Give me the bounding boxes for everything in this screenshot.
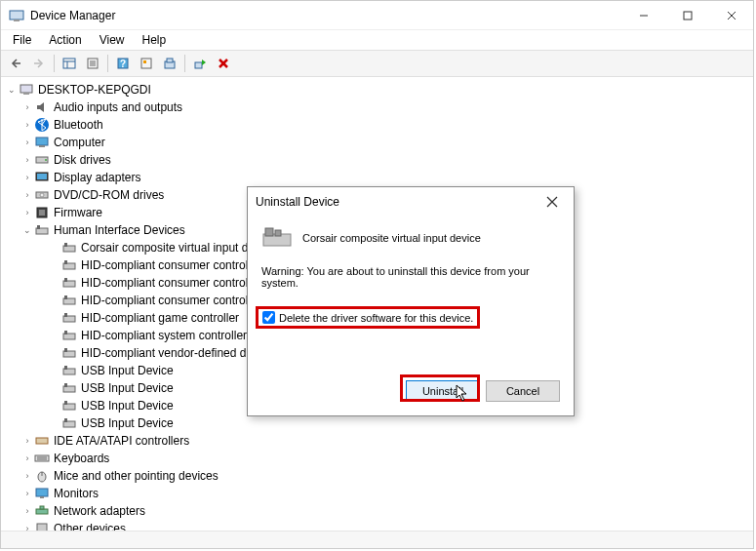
close-button[interactable] <box>709 2 753 29</box>
monitor-icon <box>34 486 50 501</box>
maximize-button[interactable] <box>665 2 709 29</box>
tree-label: Computer <box>54 136 105 149</box>
hid-device-icon <box>61 310 77 326</box>
delete-driver-checkbox-row[interactable]: Delete the driver software for this devi… <box>256 306 480 329</box>
device-icon <box>261 224 293 252</box>
minimize-button[interactable] <box>621 2 665 29</box>
display-icon <box>34 170 50 185</box>
svg-rect-38 <box>37 225 40 229</box>
expand-icon[interactable]: › <box>20 153 34 167</box>
delete-driver-label: Delete the driver software for this devi… <box>279 312 473 324</box>
toolbar-separator <box>107 55 108 72</box>
show-hide-tree-button[interactable] <box>59 53 80 74</box>
tree-category-other[interactable]: › Other devices <box>1 520 753 531</box>
ide-icon <box>34 433 50 449</box>
tree-category-display[interactable]: › Display adapters <box>1 169 753 186</box>
menu-view[interactable]: View <box>92 31 133 49</box>
expand-icon[interactable]: › <box>20 188 34 202</box>
tree-label: Human Interface Devices <box>54 223 185 237</box>
expand-icon[interactable]: › <box>20 452 34 465</box>
statusbar <box>1 531 753 548</box>
properties-toolbar-button[interactable] <box>82 53 103 74</box>
svg-rect-70 <box>40 506 44 509</box>
expand-icon[interactable]: › <box>20 118 34 132</box>
svg-rect-69 <box>36 509 48 514</box>
dialog-titlebar: Uninstall Device <box>248 187 574 216</box>
dialog-close-button[interactable] <box>538 189 566 215</box>
dialog-buttons: Uninstall Cancel <box>392 380 574 402</box>
expand-icon[interactable]: › <box>20 487 34 500</box>
tree-category-network[interactable]: › Network adapters <box>1 502 753 520</box>
tree-category-mice[interactable]: › Mice and other pointing devices <box>1 467 753 485</box>
svg-rect-18 <box>143 60 146 63</box>
forward-button[interactable] <box>28 53 50 74</box>
svg-rect-28 <box>39 145 45 147</box>
expand-icon[interactable]: › <box>20 136 34 149</box>
tree-label: Bluetooth <box>54 118 103 132</box>
svg-rect-75 <box>265 228 273 236</box>
help-toolbar-button[interactable]: ? <box>112 53 134 74</box>
svg-point-34 <box>40 193 44 197</box>
tree-label: Firmware <box>54 206 102 219</box>
update-driver-button[interactable] <box>159 53 180 74</box>
computer-icon <box>19 82 34 98</box>
tree-label: DVD/CD-ROM drives <box>54 188 164 202</box>
svg-rect-60 <box>64 418 67 422</box>
firmware-icon <box>34 205 50 220</box>
tree-category-ide[interactable]: › IDE ATA/ATAPI controllers <box>1 432 753 450</box>
tree-label: Disk drives <box>54 153 111 167</box>
uninstall-device-toolbar-button[interactable] <box>213 53 234 74</box>
titlebar: Device Manager <box>1 1 753 30</box>
tree-category-monitors[interactable]: › Monitors <box>1 485 753 502</box>
spacer <box>48 416 61 430</box>
cancel-button[interactable]: Cancel <box>486 380 560 402</box>
tree-label: HID-compliant game controller <box>81 311 239 325</box>
tree-label: USB Input Device <box>81 364 174 377</box>
svg-rect-3 <box>684 12 692 20</box>
tree-category-keyboards[interactable]: › Keyboards <box>1 450 753 467</box>
expand-icon[interactable]: › <box>20 504 34 518</box>
spacer <box>48 364 61 377</box>
dialog-warning-text: Warning: You are about to uninstall this… <box>261 265 560 289</box>
svg-rect-1 <box>14 20 20 21</box>
collapse-icon[interactable]: ⌄ <box>5 83 19 97</box>
tree-label: HID-compliant vendor-defined device <box>81 346 273 360</box>
expand-icon[interactable]: › <box>20 522 34 531</box>
tree-root[interactable]: ⌄ DESKTOP-KEPQGDI <box>1 81 753 98</box>
tree-category-disk[interactable]: › Disk drives <box>1 151 753 169</box>
expand-icon[interactable]: › <box>20 469 34 483</box>
svg-rect-52 <box>64 348 67 352</box>
tree-category-computer[interactable]: › Computer <box>1 134 753 151</box>
menu-help[interactable]: Help <box>135 31 175 49</box>
expand-icon[interactable]: › <box>20 434 34 448</box>
spacer <box>48 294 61 307</box>
menu-file[interactable]: File <box>5 31 39 49</box>
tree-category-audio[interactable]: › Audio inputs and outputs <box>1 98 753 116</box>
tree-device-item[interactable]: USB Input Device <box>1 414 753 432</box>
expand-icon[interactable]: › <box>20 100 34 114</box>
tree-label: IDE ATA/ATAPI controllers <box>54 434 189 448</box>
svg-rect-36 <box>39 210 45 216</box>
spacer <box>48 258 61 272</box>
computer-icon <box>34 135 50 150</box>
expand-icon[interactable]: › <box>20 171 34 184</box>
tree-category-bluetooth[interactable]: › Bluetooth <box>1 116 753 134</box>
network-icon <box>34 503 50 519</box>
bluetooth-icon <box>34 117 50 133</box>
scan-hardware-button[interactable] <box>136 53 157 74</box>
collapse-icon[interactable]: ⌄ <box>20 223 34 237</box>
other-icon <box>34 521 50 531</box>
tree-label: USB Input Device <box>81 399 174 413</box>
expand-icon[interactable]: › <box>20 206 34 219</box>
back-button[interactable] <box>5 53 26 74</box>
menu-action[interactable]: Action <box>41 31 89 49</box>
mouse-icon <box>34 468 50 484</box>
svg-rect-25 <box>23 93 29 95</box>
keyboard-icon <box>34 451 50 466</box>
delete-driver-checkbox[interactable] <box>262 311 275 324</box>
hid-device-icon <box>61 398 77 413</box>
toolbar-separator <box>184 55 185 72</box>
svg-rect-48 <box>64 313 67 317</box>
enable-device-button[interactable] <box>189 53 211 74</box>
tree-label: Network adapters <box>54 504 145 518</box>
